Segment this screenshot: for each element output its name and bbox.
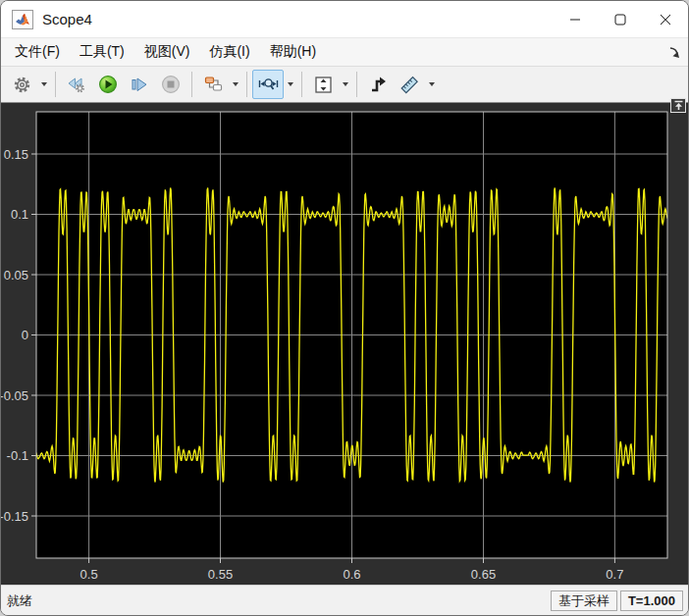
window-title: Scope4: [42, 11, 92, 27]
maximize-icon: [614, 14, 626, 26]
menu-view[interactable]: 视图(V): [136, 40, 198, 64]
y-tick-label: 0.1: [11, 207, 28, 222]
x-tick-label: 0.5: [80, 567, 98, 582]
zoom-x-button[interactable]: [252, 70, 284, 99]
trigger-button[interactable]: [362, 70, 394, 99]
chevron-down-icon: [288, 82, 293, 86]
chevron-down-icon: [343, 82, 348, 86]
toolbar-separator: [55, 72, 56, 97]
y-tick-label: -0.15: [1, 509, 28, 524]
titlebar: Scope4: [1, 1, 688, 37]
fit-to-view-button[interactable]: [307, 70, 339, 99]
statusbar: 就绪 基于采样 T=1.000: [1, 585, 688, 616]
x-tick-label: 0.55: [208, 567, 233, 582]
measurements-dropdown[interactable]: [425, 71, 438, 98]
settings-button[interactable]: [6, 70, 37, 99]
menu-simulation[interactable]: 仿真(I): [201, 40, 257, 64]
sample-mode-badge: 基于采样: [551, 590, 617, 611]
status-text: 就绪: [7, 592, 32, 610]
menu-help[interactable]: 帮助(H): [262, 40, 324, 64]
ruler-measurements-icon: [399, 76, 419, 94]
step-back-icon: [67, 77, 86, 93]
close-icon: [660, 14, 671, 26]
status-right: 基于采样 T=1.000: [551, 590, 683, 611]
gear-icon: [13, 76, 31, 94]
y-tick-label: -0.05: [1, 388, 28, 403]
zoom-dropdown[interactable]: [284, 71, 296, 98]
run-button[interactable]: [92, 70, 124, 99]
highlight-simulink-block-button[interactable]: [197, 70, 229, 99]
simulation-time-badge: T=1.000: [620, 590, 683, 611]
y-tick-label: -0.1: [7, 448, 28, 463]
trigger-icon: [369, 76, 388, 93]
y-tick-label: 0: [22, 328, 28, 342]
toolbar-separator: [246, 72, 247, 97]
scope-window: Scope4 文件(F) 工具(T) 视图(V): [0, 0, 689, 616]
toolbar-separator: [301, 72, 302, 97]
fit-to-view-dropdown[interactable]: [339, 71, 351, 98]
window-controls: [553, 1, 688, 37]
dock-arrow-icon: [667, 46, 680, 59]
matlab-logo-icon: [15, 13, 30, 26]
minimize-icon: [569, 14, 581, 26]
stop-button[interactable]: [155, 70, 186, 99]
matlab-scope-icon: [12, 10, 33, 29]
close-button[interactable]: [643, 1, 688, 37]
maximize-button[interactable]: [598, 1, 643, 37]
toolbar-separator: [191, 72, 192, 97]
y-tick-label: 0.15: [4, 147, 28, 162]
menu-file[interactable]: 文件(F): [7, 40, 68, 64]
x-tick-label: 0.7: [606, 567, 623, 582]
scope-plot-area[interactable]: 0.50.550.60.650.70.150.10.050-0.05-0.1-0…: [1, 103, 688, 585]
step-back-button[interactable]: [61, 70, 92, 99]
highlight-dropdown[interactable]: [229, 71, 241, 98]
stop-icon: [161, 75, 181, 94]
cursor-measurements-button[interactable]: [394, 70, 425, 99]
zoom-x-icon: [258, 77, 279, 93]
settings-dropdown[interactable]: [37, 71, 50, 98]
step-forward-button[interactable]: [124, 70, 155, 99]
chevron-down-icon: [233, 82, 238, 86]
dock-window-button[interactable]: [667, 46, 680, 59]
menu-tools[interactable]: 工具(T): [72, 40, 132, 64]
plot-region: 0.50.550.60.650.70.150.10.050-0.05-0.1-0…: [1, 103, 688, 585]
chevron-down-icon: [429, 82, 435, 86]
y-tick-label: 0.05: [4, 268, 28, 282]
step-forward-icon: [131, 77, 149, 93]
arrow-up-icon: [673, 100, 684, 111]
run-icon: [98, 75, 118, 94]
toolbar-separator: [356, 72, 357, 97]
simulink-blocks-icon: [204, 76, 223, 93]
minimize-button[interactable]: [553, 1, 598, 37]
fit-to-view-icon: [314, 76, 333, 94]
collapse-toolbar-button[interactable]: [670, 98, 686, 113]
menubar: 文件(F) 工具(T) 视图(V) 仿真(I) 帮助(H): [1, 37, 688, 66]
toolbar: [1, 66, 688, 103]
chevron-down-icon: [41, 82, 47, 86]
x-tick-label: 0.65: [471, 567, 496, 582]
x-tick-label: 0.6: [343, 567, 360, 582]
